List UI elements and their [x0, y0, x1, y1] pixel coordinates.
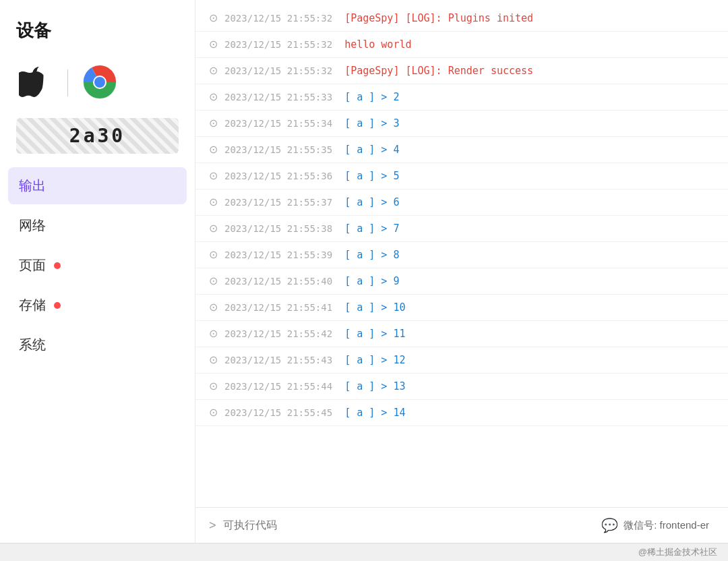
- log-row-time: 2023/12/15 21:55:36: [224, 169, 332, 183]
- log-row-time: 2023/12/15 21:55:32: [224, 11, 332, 26]
- log-row-time: 2023/12/15 21:55:40: [224, 274, 332, 289]
- main-content: ⊙2023/12/15 21:55:32[PageSpy] [LOG]: Plu…: [195, 0, 728, 543]
- wechat-icon: 💬: [601, 517, 618, 533]
- bottom-bar: @稀土掘金技术社区: [0, 543, 728, 561]
- log-row-icon: ⊙: [209, 273, 218, 289]
- log-row: ⊙2023/12/15 21:55:41[ a ] > 10: [195, 295, 728, 321]
- nav-item-output-label: 输出: [19, 177, 46, 195]
- log-row-icon: ⊙: [209, 326, 218, 342]
- log-row-icon: ⊙: [209, 247, 218, 263]
- app-container: 设备: [0, 0, 728, 543]
- log-row-msg: [ a ] > 5: [344, 169, 399, 184]
- log-row-time: 2023/12/15 21:55:42: [224, 327, 332, 341]
- log-row-msg: [ a ] > 11: [344, 326, 405, 342]
- nav-item-storage[interactable]: 存储: [8, 287, 187, 324]
- log-row: ⊙2023/12/15 21:55:38[ a ] > 7: [195, 216, 728, 242]
- log-row-time: 2023/12/15 21:55:44: [224, 380, 332, 394]
- log-row-icon: ⊙: [209, 194, 218, 210]
- log-area[interactable]: ⊙2023/12/15 21:55:32[PageSpy] [LOG]: Plu…: [195, 0, 728, 507]
- log-row-msg: [PageSpy] [LOG]: Plugins inited: [344, 11, 533, 26]
- log-row-time: 2023/12/15 21:55:33: [224, 90, 332, 105]
- storage-badge: [54, 302, 61, 309]
- nav-menu: 输出 网络 页面 存储 系统: [0, 167, 195, 363]
- log-row: ⊙2023/12/15 21:55:43[ a ] > 12: [195, 347, 728, 374]
- nav-item-storage-label: 存储: [19, 296, 46, 314]
- log-row-time: 2023/12/15 21:55:32: [224, 64, 332, 78]
- sidebar: 设备: [0, 0, 195, 543]
- log-row-time: 2023/12/15 21:55:39: [224, 248, 332, 262]
- device-divider: [67, 69, 68, 96]
- log-row-icon: ⊙: [209, 220, 218, 237]
- device-id: 2a30: [69, 125, 125, 147]
- nav-item-page[interactable]: 页面: [8, 247, 187, 284]
- log-row-msg: [ a ] > 2: [344, 90, 399, 105]
- log-row-time: 2023/12/15 21:55:41: [224, 301, 332, 315]
- log-row-time: 2023/12/15 21:55:43: [224, 353, 332, 367]
- log-row: ⊙2023/12/15 21:55:39[ a ] > 8: [195, 242, 728, 268]
- log-row: ⊙2023/12/15 21:55:33[ a ] > 2: [195, 84, 728, 111]
- log-row-icon: ⊙: [209, 36, 218, 53]
- nav-item-system-label: 系统: [19, 336, 46, 354]
- code-input-bar: > 💬 微信号: frontend-er: [195, 507, 728, 543]
- log-row-msg: [ a ] > 7: [344, 221, 399, 237]
- code-prompt: >: [209, 519, 216, 533]
- log-row-icon: ⊙: [209, 142, 218, 158]
- log-row-msg: [ a ] > 10: [344, 300, 405, 316]
- log-row: ⊙2023/12/15 21:55:45[ a ] > 14: [195, 400, 728, 426]
- log-row-msg: [ a ] > 9: [344, 274, 399, 289]
- log-row-msg: [ a ] > 4: [344, 142, 399, 158]
- nav-item-page-label: 页面: [19, 256, 46, 274]
- log-row: ⊙2023/12/15 21:55:32hello world: [195, 32, 728, 58]
- log-row-msg: [ a ] > 8: [344, 247, 399, 263]
- chrome-icon: [82, 64, 119, 102]
- log-row: ⊙2023/12/15 21:55:42[ a ] > 11: [195, 321, 728, 347]
- log-row: ⊙2023/12/15 21:55:32[PageSpy] [LOG]: Plu…: [195, 5, 728, 32]
- nav-item-output[interactable]: 输出: [8, 167, 187, 204]
- log-row: ⊙2023/12/15 21:55:37[ a ] > 6: [195, 189, 728, 216]
- log-row-msg: [PageSpy] [LOG]: Render success: [344, 63, 533, 79]
- log-row: ⊙2023/12/15 21:55:40[ a ] > 9: [195, 268, 728, 295]
- log-row-time: 2023/12/15 21:55:34: [224, 117, 332, 131]
- log-row-time: 2023/12/15 21:55:32: [224, 38, 332, 52]
- log-row-msg: [ a ] > 14: [344, 405, 405, 421]
- log-row-icon: ⊙: [209, 168, 218, 184]
- svg-point-3: [94, 77, 105, 88]
- log-row-icon: ⊙: [209, 115, 218, 131]
- nav-item-system[interactable]: 系统: [8, 326, 187, 363]
- log-row-icon: ⊙: [209, 352, 218, 368]
- code-input[interactable]: [223, 519, 595, 531]
- log-row-msg: [ a ] > 12: [344, 353, 405, 368]
- log-row-icon: ⊙: [209, 299, 218, 316]
- sidebar-header: 设备: [0, 0, 195, 53]
- nav-item-network[interactable]: 网络: [8, 207, 187, 244]
- log-row: ⊙2023/12/15 21:55:34[ a ] > 3: [195, 111, 728, 137]
- device-icons: [0, 53, 195, 113]
- log-row-time: 2023/12/15 21:55:35: [224, 143, 332, 157]
- log-row-time: 2023/12/15 21:55:38: [224, 222, 332, 236]
- log-row: ⊙2023/12/15 21:55:44[ a ] > 13: [195, 374, 728, 400]
- watermark-text: 微信号: frontend-er: [624, 519, 709, 532]
- log-row-icon: ⊙: [209, 378, 218, 394]
- log-row-time: 2023/12/15 21:55:45: [224, 406, 332, 420]
- log-row-time: 2023/12/15 21:55:37: [224, 196, 332, 210]
- log-row: ⊙2023/12/15 21:55:32[PageSpy] [LOG]: Ren…: [195, 58, 728, 84]
- sidebar-title: 设备: [16, 20, 51, 40]
- nav-item-network-label: 网络: [19, 216, 46, 235]
- log-row-msg: [ a ] > 3: [344, 116, 399, 131]
- log-row-msg: [ a ] > 6: [344, 195, 399, 210]
- log-row-icon: ⊙: [209, 10, 218, 26]
- log-row-msg: [ a ] > 13: [344, 379, 405, 394]
- log-row-icon: ⊙: [209, 405, 218, 421]
- log-row-msg: hello world: [344, 37, 411, 53]
- device-id-container: 2a30: [16, 118, 179, 154]
- log-row-icon: ⊙: [209, 89, 218, 105]
- bottom-bar-text: @稀土掘金技术社区: [638, 547, 717, 557]
- log-row: ⊙2023/12/15 21:55:36[ a ] > 5: [195, 163, 728, 189]
- log-row-icon: ⊙: [209, 63, 218, 79]
- apple-icon: [16, 64, 54, 102]
- watermark-area: 💬 微信号: frontend-er: [601, 517, 715, 533]
- log-row: ⊙2023/12/15 21:55:35[ a ] > 4: [195, 137, 728, 163]
- page-badge: [54, 262, 61, 269]
